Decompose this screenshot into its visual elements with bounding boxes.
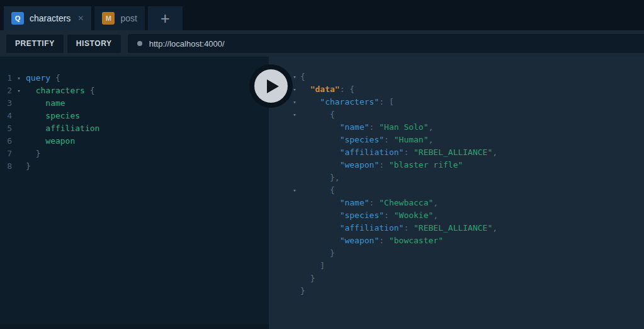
code-line: ▾ { <box>269 184 644 197</box>
code-text: weapon <box>26 135 75 147</box>
tab-post[interactable]: M post <box>94 6 144 30</box>
tab-label: characters <box>30 13 71 23</box>
endpoint-url-bar[interactable]: http://localhost:4000/ <box>128 34 644 53</box>
fold-spacer <box>12 97 26 110</box>
code-text: "species": "Wookie", <box>300 209 438 222</box>
fold-arrow-icon[interactable]: ▾ <box>12 72 26 84</box>
code-text: "characters": [ <box>300 96 394 108</box>
code-text: characters { <box>26 84 95 97</box>
fold-spacer <box>12 122 26 135</box>
fold-spacer <box>289 222 300 234</box>
fold-spacer <box>289 234 300 247</box>
code-text: "affiliation": "REBEL_ALLIANCE", <box>300 222 497 234</box>
code-text: }, <box>300 171 340 184</box>
fold-spacer <box>12 147 26 160</box>
line-number: 6 <box>4 135 12 147</box>
fold-spacer <box>289 146 300 159</box>
code-line: }, <box>269 171 644 184</box>
prettify-button[interactable]: PRETTIFY <box>6 35 64 53</box>
code-text: "weapon": "bowcaster" <box>300 234 443 247</box>
code-text: "weapon": "blaster rifle" <box>300 159 463 171</box>
code-line: ▾ "data": { <box>269 83 644 96</box>
fold-spacer <box>289 247 300 260</box>
fold-spacer <box>289 209 300 222</box>
code-line: } <box>269 272 644 285</box>
code-line: "weapon": "blaster rifle" <box>269 159 644 171</box>
code-text: ] <box>300 260 325 272</box>
code-line: "species": "Wookie", <box>269 209 644 222</box>
code-line: "name": "Chewbacca", <box>269 197 644 209</box>
fold-spacer <box>289 260 300 272</box>
play-icon <box>267 79 279 93</box>
code-line: 2▾ characters { <box>0 84 269 97</box>
fold-spacer <box>289 134 300 146</box>
code-text: "affiliation": "REBEL_ALLIANCE", <box>300 146 497 159</box>
history-button[interactable]: HISTORY <box>67 35 121 53</box>
response-pane: ▾{▾ "data": {▾ "characters": [▾ { "name"… <box>269 57 644 329</box>
code-line: ▾{ <box>269 71 644 83</box>
code-line: 1▾query { <box>0 72 269 84</box>
code-line: 7 } <box>0 147 269 160</box>
code-text: } <box>26 160 31 173</box>
code-line: 4 species <box>0 110 269 122</box>
code-line: ▾ { <box>269 108 644 121</box>
fold-arrow-icon[interactable]: ▾ <box>12 84 26 97</box>
query-editor-pane[interactable]: 1▾query {2▾ characters {3 name4 species5… <box>0 57 269 329</box>
line-number: 3 <box>4 97 12 110</box>
code-line: 8} <box>0 160 269 173</box>
close-tab-icon[interactable]: ✕ <box>77 14 84 23</box>
plus-icon: + <box>161 9 170 28</box>
code-text: { <box>300 108 335 121</box>
endpoint-url: http://localhost:4000/ <box>149 39 225 49</box>
fold-spacer <box>289 197 300 209</box>
line-number: 7 <box>4 147 12 160</box>
new-tab-button[interactable]: + <box>148 6 183 30</box>
endpoint-status-dot-icon <box>137 41 142 46</box>
execute-button[interactable] <box>249 64 293 108</box>
code-text: { <box>300 184 335 197</box>
code-text: "name": "Chewbacca", <box>300 197 438 209</box>
fold-spacer <box>12 160 26 173</box>
fold-arrow-icon[interactable]: ▾ <box>289 96 300 108</box>
code-text: { <box>300 71 305 83</box>
code-line: "name": "Han Solo", <box>269 121 644 134</box>
fold-spacer <box>289 285 300 297</box>
code-text: query { <box>26 72 60 84</box>
line-number: 4 <box>4 110 12 122</box>
query-variables-strip[interactable] <box>0 324 269 329</box>
code-line: "affiliation": "REBEL_ALLIANCE", <box>269 222 644 234</box>
code-line: "species": "Human", <box>269 134 644 146</box>
tab-label: post <box>120 13 137 23</box>
code-text: "data": { <box>300 83 354 96</box>
fold-spacer <box>289 272 300 285</box>
code-text: } <box>300 272 315 285</box>
line-number: 5 <box>4 122 12 135</box>
code-line: 3 name <box>0 97 269 110</box>
line-number: 8 <box>4 160 12 173</box>
code-text: affiliation <box>26 122 99 135</box>
code-line: ] <box>269 260 644 272</box>
code-text: } <box>300 285 305 297</box>
code-line: "affiliation": "REBEL_ALLIANCE", <box>269 146 644 159</box>
code-line: 6 weapon <box>0 135 269 147</box>
code-line: ▾ "characters": [ <box>269 96 644 108</box>
code-text: } <box>300 247 335 260</box>
workspace: 1▾query {2▾ characters {3 name4 species5… <box>0 57 644 329</box>
fold-spacer <box>289 171 300 184</box>
line-number: 2 <box>4 84 12 97</box>
response-lines: ▾{▾ "data": {▾ "characters": [▾ { "name"… <box>269 71 644 297</box>
fold-spacer <box>12 135 26 147</box>
tab-bar: Q characters ✕ M post + <box>0 0 644 30</box>
top-toolbar: PRETTIFY HISTORY http://localhost:4000/ <box>0 30 644 57</box>
mutation-badge-icon: M <box>102 12 115 25</box>
code-text: "species": "Human", <box>300 134 433 146</box>
tab-characters[interactable]: Q characters ✕ <box>4 6 91 30</box>
code-line: 5 affiliation <box>0 122 269 135</box>
fold-arrow-icon[interactable]: ▾ <box>289 108 300 121</box>
fold-spacer <box>289 159 300 171</box>
code-text: "name": "Han Solo", <box>300 121 433 134</box>
fold-arrow-icon[interactable]: ▾ <box>289 184 300 197</box>
query-editor-lines: 1▾query {2▾ characters {3 name4 species5… <box>0 72 269 173</box>
fold-spacer <box>12 110 26 122</box>
code-line: } <box>269 285 644 297</box>
